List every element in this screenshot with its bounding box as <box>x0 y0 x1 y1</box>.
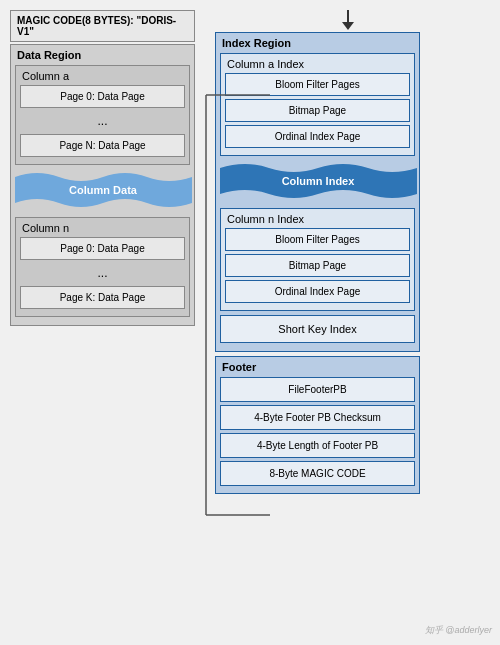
column-data-wave-container: Column Data <box>15 169 190 213</box>
magic-code-label: MAGIC CODE(8 BYTES): <box>17 15 134 26</box>
footer-item-2: 4-Byte Length of Footer PB <box>220 433 415 458</box>
column-n-label: Column n <box>20 222 185 234</box>
footer-item-0: FileFooterPB <box>220 377 415 402</box>
arrow-down <box>342 22 354 30</box>
footer-region-container: Footer FileFooterPB 4-Byte Footer PB Che… <box>215 356 420 494</box>
short-key-index-box: Short Key Index <box>220 315 415 343</box>
diagram-container: MAGIC CODE(8 BYTES): "DORIS-V1" Data Reg… <box>10 10 490 494</box>
footer-label: Footer <box>220 361 415 373</box>
column-index-wave-svg: Column Index <box>220 160 417 202</box>
column-a-group: Column a Page 0: Data Page ... Page N: D… <box>15 65 190 165</box>
data-region-label: Data Region <box>15 49 190 61</box>
footer-region-box: Footer FileFooterPB 4-Byte Footer PB Che… <box>215 356 420 494</box>
index-region-label: Index Region <box>220 37 415 49</box>
magic-code-box: MAGIC CODE(8 BYTES): "DORIS-V1" <box>10 10 195 42</box>
column-n-dots: ... <box>20 263 185 283</box>
right-panel: Index Region Column a Index Bloom Filter… <box>215 10 420 494</box>
column-a-pageN: Page N: Data Page <box>20 134 185 157</box>
column-n-index-label: Column n Index <box>225 213 410 225</box>
svg-text:Column Index: Column Index <box>282 175 356 187</box>
column-index-wave-container: Column Index <box>220 160 415 204</box>
index-region-box: Index Region Column a Index Bloom Filter… <box>215 32 420 352</box>
column-a-label: Column a <box>20 70 185 82</box>
column-data-wave-svg: Column Data <box>15 169 192 211</box>
footer-item-1: 4-Byte Footer PB Checksum <box>220 405 415 430</box>
column-a-index-group: Column a Index Bloom Filter Pages Bitmap… <box>220 53 415 156</box>
column-a-page0: Page 0: Data Page <box>20 85 185 108</box>
bloom-filter-pages-n: Bloom Filter Pages <box>225 228 410 251</box>
column-n-group: Column n Page 0: Data Page ... Page K: D… <box>15 217 190 317</box>
left-panel: MAGIC CODE(8 BYTES): "DORIS-V1" Data Reg… <box>10 10 195 326</box>
watermark: 知乎 @adderlyer <box>425 624 492 637</box>
data-region-box: Data Region Column a Page 0: Data Page .… <box>10 44 195 326</box>
column-n-page0: Page 0: Data Page <box>20 237 185 260</box>
column-n-pageK: Page K: Data Page <box>20 286 185 309</box>
column-n-index-group: Column n Index Bloom Filter Pages Bitmap… <box>220 208 415 311</box>
ordinal-index-page: Ordinal Index Page <box>225 125 410 148</box>
footer-item-3: 8-Byte MAGIC CODE <box>220 461 415 486</box>
svg-text:Column Data: Column Data <box>69 184 138 196</box>
column-a-dots: ... <box>20 111 185 131</box>
arrow-shaft <box>347 10 349 22</box>
bitmap-page-n: Bitmap Page <box>225 254 410 277</box>
column-a-index-label: Column a Index <box>225 58 410 70</box>
bitmap-page: Bitmap Page <box>225 99 410 122</box>
ordinal-index-page-n: Ordinal Index Page <box>225 280 410 303</box>
bloom-filter-pages: Bloom Filter Pages <box>225 73 410 96</box>
arrow-area <box>215 10 420 30</box>
